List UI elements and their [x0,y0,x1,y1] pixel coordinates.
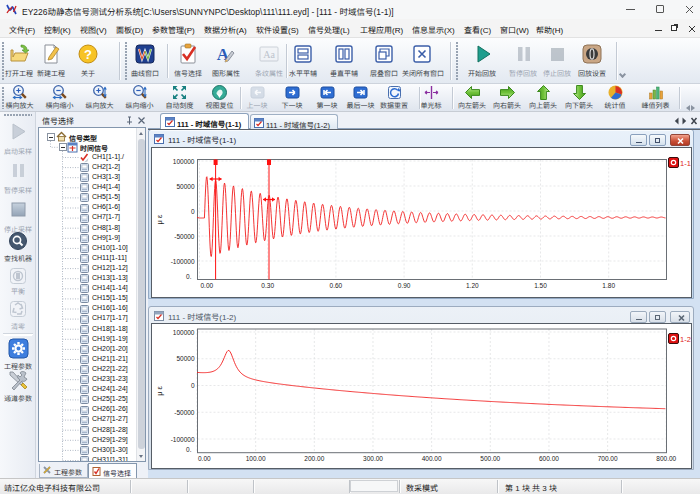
svg-text:300.00: 300.00 [363,453,383,463]
svg-text:100000: 100000 [173,156,195,166]
svg-text:μ ε: μ ε [153,214,164,224]
svg-text:0.: 0. [186,271,192,281]
svg-text:0.30: 0.30 [261,280,274,290]
svg-text:100000: 100000 [173,327,195,337]
svg-text:-100000: -100000 [171,256,195,266]
svg-text:?: ? [84,47,92,62]
svg-text:800.00: 800.00 [656,453,676,463]
svg-text:-50000: -50000 [174,231,195,241]
svg-text:0: 0 [191,206,195,216]
svg-text:-50000: -50000 [174,407,195,417]
svg-text:200.00: 200.00 [304,453,324,463]
svg-text:0.90: 0.90 [398,280,411,290]
svg-text:1.50: 1.50 [534,280,547,290]
svg-text:μ ε: μ ε [153,385,164,395]
svg-text:50000: 50000 [176,181,194,191]
svg-text:0: 0 [191,380,195,390]
svg-text:100.00: 100.00 [246,453,266,463]
svg-text:-100000: -100000 [171,434,195,444]
svg-text:0.: 0. [186,444,192,454]
svg-text:1-1: 1-1 [680,157,691,168]
svg-text:0.00: 0.00 [198,453,211,463]
svg-text:1-2: 1-2 [680,333,691,344]
svg-text:400.00: 400.00 [422,453,442,463]
svg-text:Aa: Aa [263,49,275,60]
svg-text:500.00: 500.00 [480,453,500,463]
svg-text:50000: 50000 [176,353,194,363]
svg-text:700.00: 700.00 [598,453,618,463]
svg-text:0.60: 0.60 [330,280,343,290]
svg-text:1.80: 1.80 [602,280,615,290]
svg-text:0.00: 0.00 [201,280,214,290]
svg-text:600.00: 600.00 [539,453,559,463]
svg-text:1.20: 1.20 [466,280,479,290]
